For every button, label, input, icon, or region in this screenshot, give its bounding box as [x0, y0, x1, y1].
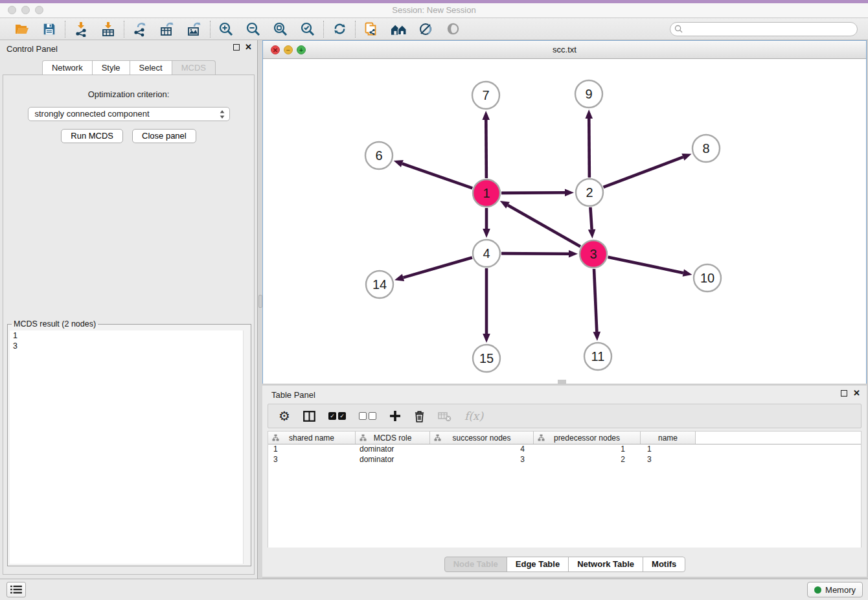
column-visibility-button[interactable] — [303, 411, 315, 422]
zoom-in-button[interactable] — [217, 20, 235, 38]
save-session-button[interactable] — [40, 20, 58, 38]
graph-edge-1-7[interactable] — [486, 120, 486, 178]
export-network-button[interactable] — [131, 20, 149, 38]
tab-select[interactable]: Select — [130, 60, 172, 75]
open-session-button[interactable] — [13, 20, 31, 38]
refresh-view-button[interactable] — [330, 20, 348, 38]
cell-name[interactable]: 1 — [641, 444, 696, 455]
graph-node-label: 15 — [479, 351, 494, 365]
graph-node-label: 4 — [483, 246, 490, 260]
graph-node-label: 2 — [586, 185, 593, 200]
column-header-successor-nodes[interactable]: successor nodes — [430, 432, 534, 444]
deselect-all-rows-button[interactable] — [359, 412, 376, 420]
graph-edge-arrowhead — [593, 332, 601, 341]
graph-edge-2-3[interactable] — [590, 207, 591, 229]
memory-button[interactable]: Memory — [807, 582, 863, 597]
cell-successor-nodes[interactable]: 3 — [430, 455, 534, 465]
graph-edge-2-9[interactable] — [589, 119, 589, 178]
graph-node-label: 3 — [589, 247, 597, 261]
table-panel-close-icon[interactable]: ✕ — [853, 390, 860, 397]
import-table-icon — [100, 21, 116, 37]
control-panel-float-icon[interactable] — [233, 44, 240, 51]
table-panel-float-icon[interactable] — [841, 390, 847, 397]
graph-edge-arrowhead — [483, 334, 490, 343]
optimization-criterion-label: Optimization criterion: — [3, 89, 254, 99]
export-network-icon — [132, 21, 148, 37]
graph-edge-3-1[interactable] — [508, 205, 580, 247]
cell-successor-nodes[interactable]: 4 — [430, 444, 534, 455]
checkbox-checked-icon: ✓ — [338, 412, 346, 420]
cell-mcds-role[interactable]: dominator — [356, 444, 430, 455]
import-network-icon — [73, 21, 89, 37]
export-table-button[interactable] — [158, 20, 176, 38]
eye-dimmed-icon — [446, 21, 461, 36]
graph-edge-arrowhead — [394, 274, 404, 281]
graph-edge-arrowhead — [482, 111, 490, 120]
status-bar: Memory — [0, 579, 868, 600]
zoom-out-button[interactable] — [244, 20, 262, 38]
table-row[interactable]: 3 dominator 3 2 3 — [268, 455, 861, 465]
tab-style[interactable]: Style — [92, 60, 130, 75]
graph-edge-3-11[interactable] — [594, 269, 597, 332]
graph-edge-arrowhead — [681, 154, 691, 161]
clone-network-button[interactable] — [362, 20, 380, 38]
hide-details-button[interactable] — [444, 20, 462, 38]
delete-table-icon — [438, 411, 451, 422]
cell-mcds-role[interactable]: dominator — [356, 455, 430, 465]
table-panel-tabs: Node Table Edge Table Network Table Moti… — [262, 557, 867, 572]
graph-edge-1-2[interactable] — [501, 192, 565, 193]
table-row[interactable]: 1 dominator 4 1 1 — [268, 444, 861, 455]
network-canvas[interactable]: 7968124314101511 — [263, 59, 866, 384]
session-home-button[interactable] — [389, 20, 407, 38]
close-panel-button[interactable]: Close panel — [132, 129, 196, 143]
cell-shared-name[interactable]: 1 — [268, 444, 356, 455]
column-header-predecessor-nodes[interactable]: predecessor nodes — [534, 432, 641, 444]
column-header-shared-name[interactable]: shared name — [268, 432, 356, 444]
cell-predecessor-nodes[interactable]: 2 — [534, 455, 641, 465]
network-window-titlebar[interactable]: ✕ − + scc.txt — [263, 41, 866, 59]
tab-network[interactable]: Network — [42, 60, 93, 75]
graph-node-label: 8 — [702, 141, 709, 156]
control-panel-close-icon[interactable]: ✕ — [245, 44, 252, 51]
run-mcds-button[interactable]: Run MCDS — [61, 129, 123, 143]
tab-mcds[interactable]: MCDS — [172, 60, 216, 75]
cell-predecessor-nodes[interactable]: 1 — [534, 444, 641, 455]
column-header-name[interactable]: name — [641, 432, 696, 444]
cell-name[interactable]: 3 — [641, 455, 696, 465]
result-scrollbar[interactable] — [243, 330, 249, 564]
tab-edge-table[interactable]: Edge Table — [507, 557, 569, 572]
graph-edge-4-14[interactable] — [403, 257, 472, 277]
zoom-fit-button[interactable] — [271, 20, 290, 38]
panel-splitter-vertical[interactable] — [257, 40, 262, 579]
column-header-mcds-role[interactable]: MCDS role — [356, 432, 430, 444]
graph-edge-3-10[interactable] — [608, 257, 683, 273]
graph-node-label: 14 — [372, 277, 387, 292]
save-floppy-icon — [42, 22, 56, 36]
table-settings-button[interactable]: ⚙ — [279, 410, 290, 422]
tab-motifs[interactable]: Motifs — [643, 557, 685, 572]
export-image-button[interactable] — [185, 20, 203, 38]
control-panel-tabs: Network Style Select MCDS — [0, 60, 257, 75]
chevron-updown-icon — [220, 110, 225, 123]
graph-edge-4-3[interactable] — [501, 253, 569, 254]
mcds-pane: Optimization criterion: strongly connect… — [3, 75, 255, 575]
graph-edge-1-6[interactable] — [402, 164, 472, 189]
add-column-button[interactable] — [389, 410, 401, 422]
splitter-handle-horizontal[interactable] — [558, 380, 566, 384]
delete-column-button[interactable] — [414, 410, 425, 422]
graph-edge-2-8[interactable] — [604, 157, 683, 187]
criterion-dropdown[interactable]: strongly connected component — [28, 107, 230, 121]
control-panel-title: Control Panel — [6, 44, 58, 54]
graph-edge-arrowhead — [683, 270, 692, 277]
task-history-button[interactable] — [6, 582, 26, 597]
tab-network-table[interactable]: Network Table — [568, 557, 643, 572]
search-input[interactable] — [670, 22, 858, 36]
cell-shared-name[interactable]: 3 — [268, 455, 356, 465]
zoom-selected-button[interactable] — [299, 20, 317, 38]
graph-node-label: 6 — [375, 148, 382, 163]
tab-node-table[interactable]: Node Table — [444, 557, 507, 572]
graphics-details-button[interactable] — [417, 20, 435, 38]
import-table-button[interactable] — [99, 20, 117, 38]
select-all-rows-button[interactable]: ✓✓ — [328, 412, 346, 420]
import-network-button[interactable] — [72, 20, 90, 38]
